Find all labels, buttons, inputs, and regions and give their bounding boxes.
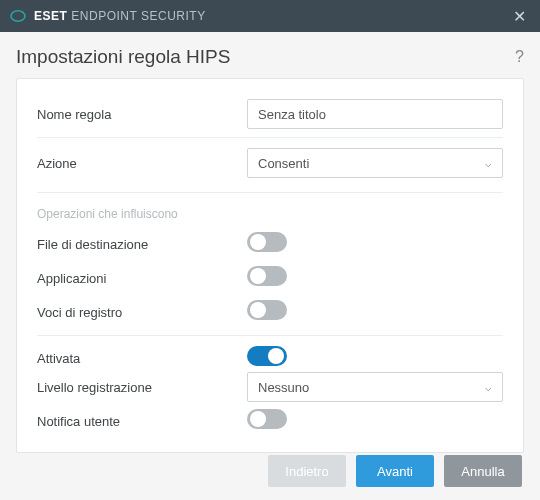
- label-registry: Voci di registro: [37, 305, 247, 320]
- page-title: Impostazioni regola HIPS: [16, 46, 230, 68]
- label-target-files: File di destinazione: [37, 237, 247, 252]
- chevron-down-icon: ⌵: [485, 381, 492, 394]
- row-action: Azione Consenti ⌵: [37, 137, 503, 178]
- svg-point-0: [11, 11, 25, 21]
- label-applications: Applicazioni: [37, 271, 247, 286]
- toggle-applications[interactable]: [247, 266, 287, 286]
- brand-text: ESETENDPOINT SECURITY: [34, 9, 206, 23]
- row-log-level: Livello registrazione Nessuno ⌵: [37, 370, 503, 404]
- toggle-target-files[interactable]: [247, 232, 287, 252]
- log-level-value: Nessuno: [258, 380, 309, 395]
- next-button[interactable]: Avanti: [356, 455, 434, 487]
- log-level-select[interactable]: Nessuno ⌵: [247, 372, 503, 402]
- section-operations: Operazioni che influiscono: [37, 192, 503, 221]
- label-notify: Notifica utente: [37, 414, 247, 429]
- page: Impostazioni regola HIPS ? Nome regola A…: [0, 32, 540, 453]
- back-button: Indietro: [268, 455, 346, 487]
- close-icon[interactable]: ✕: [509, 7, 530, 26]
- toggle-enabled[interactable]: [247, 346, 287, 366]
- brand-rest: ENDPOINT SECURITY: [71, 9, 205, 23]
- action-select[interactable]: Consenti ⌵: [247, 148, 503, 178]
- row-notify: Notifica utente: [37, 404, 503, 438]
- brand-strong: ESET: [34, 9, 67, 23]
- brand-logo: [10, 8, 26, 24]
- label-rule-name: Nome regola: [37, 107, 247, 122]
- toggle-notify[interactable]: [247, 409, 287, 429]
- action-select-value: Consenti: [258, 156, 309, 171]
- row-applications: Applicazioni: [37, 261, 503, 295]
- rule-name-input[interactable]: [247, 99, 503, 129]
- row-registry: Voci di registro: [37, 295, 503, 329]
- label-enabled: Attivata: [37, 351, 247, 366]
- row-rule-name: Nome regola: [37, 97, 503, 131]
- row-target-files: File di destinazione: [37, 227, 503, 261]
- titlebar: ESETENDPOINT SECURITY ✕: [0, 0, 540, 32]
- cancel-button[interactable]: Annulla: [444, 455, 522, 487]
- eset-logo-icon: [10, 8, 26, 24]
- settings-panel: Nome regola Azione Consenti ⌵ Operazioni…: [16, 78, 524, 453]
- label-action: Azione: [37, 156, 247, 171]
- chevron-down-icon: ⌵: [485, 157, 492, 170]
- help-icon[interactable]: ?: [515, 48, 524, 66]
- titlebar-left: ESETENDPOINT SECURITY: [10, 8, 206, 24]
- footer: Indietro Avanti Annulla: [0, 442, 540, 500]
- toggle-registry[interactable]: [247, 300, 287, 320]
- row-enabled: Attivata: [37, 335, 503, 370]
- label-log-level: Livello registrazione: [37, 380, 247, 395]
- page-header: Impostazioni regola HIPS ?: [16, 46, 524, 68]
